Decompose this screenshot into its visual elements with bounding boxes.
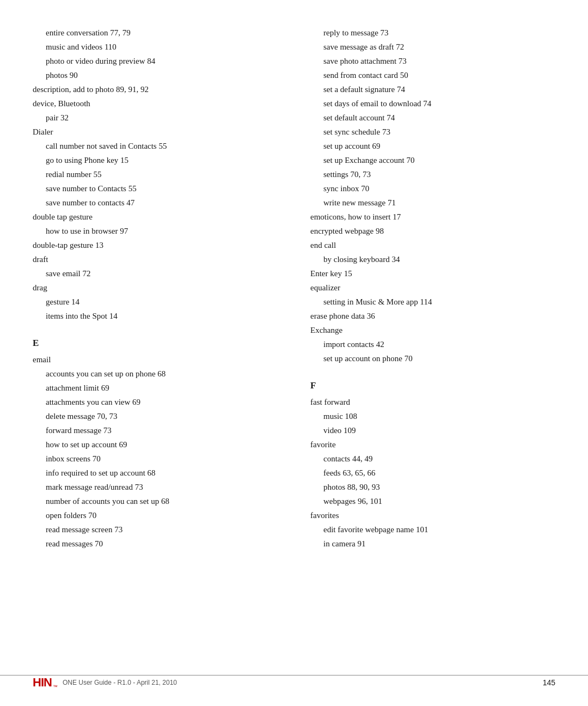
list-item: redial number 55 xyxy=(33,168,278,181)
list-item: video 109 xyxy=(310,424,555,437)
list-item: equalizer xyxy=(310,281,555,294)
list-item: how to use in browser 97 xyxy=(33,224,278,238)
list-item: import contacts 42 xyxy=(310,338,555,351)
list-item: info required to set up account 68 xyxy=(33,466,278,479)
list-item: items into the Spot 14 xyxy=(33,309,278,322)
list-item: read messages 70 xyxy=(33,537,278,550)
list-item: send from contact card 50 xyxy=(310,69,555,82)
section-letter-e: E xyxy=(33,338,278,349)
list-item: fast forward xyxy=(310,395,555,409)
list-item: favorites xyxy=(310,509,555,522)
list-item: save number to Contacts 55 xyxy=(33,182,278,195)
right-column: reply to message 73 save message as draf… xyxy=(305,26,555,551)
list-item: write new message 71 xyxy=(310,196,555,209)
list-item: delete message 70, 73 xyxy=(33,410,278,423)
list-item: set sync schedule 73 xyxy=(310,125,555,138)
list-item: music 108 xyxy=(310,410,555,423)
left-column: entire conversation 77, 79 music and vid… xyxy=(33,26,283,551)
list-item: double tap gesture xyxy=(33,210,278,223)
list-item: save message as draft 72 xyxy=(310,40,555,53)
list-item: go to using Phone key 15 xyxy=(33,154,278,167)
list-item: edit favorite webpage name 101 xyxy=(310,523,555,536)
list-item: feeds 63, 65, 66 xyxy=(310,466,555,479)
list-item: photos 90 xyxy=(33,69,278,82)
list-item: attachment limit 69 xyxy=(33,381,278,394)
list-item: favorite xyxy=(310,438,555,451)
list-item: set a default signature 74 xyxy=(310,83,555,96)
list-item: encrypted webpage 98 xyxy=(310,224,555,238)
list-item: contacts 44, 49 xyxy=(310,452,555,465)
page-footer: HIN™ ONE User Guide - R1.0 - April 21, 2… xyxy=(0,675,588,690)
list-item: sync inbox 70 xyxy=(310,182,555,195)
list-item: set default account 74 xyxy=(310,111,555,124)
list-item: entire conversation 77, 79 xyxy=(33,26,278,39)
section-letter-f: F xyxy=(310,380,555,391)
list-item: device, Bluetooth xyxy=(33,97,278,110)
list-item: forward message 73 xyxy=(33,424,278,437)
page-number: 145 xyxy=(543,678,555,687)
list-item: photos 88, 90, 93 xyxy=(310,480,555,494)
list-item: Dialer xyxy=(33,125,278,138)
list-item: music and videos 110 xyxy=(33,40,278,53)
kin-logo: HIN™ xyxy=(33,675,57,690)
list-item: how to set up account 69 xyxy=(33,438,278,451)
list-item: in camera 91 xyxy=(310,537,555,550)
list-item: set days of email to download 74 xyxy=(310,97,555,110)
footer-guide-text: ONE User Guide - R1.0 - April 21, 2010 xyxy=(63,679,177,686)
page-container: entire conversation 77, 79 music and vid… xyxy=(0,0,588,706)
list-item: description, add to photo 89, 91, 92 xyxy=(33,83,278,96)
list-item: webpages 96, 101 xyxy=(310,495,555,508)
list-item: set up account on phone 70 xyxy=(310,352,555,365)
list-item: inbox screens 70 xyxy=(33,452,278,465)
list-item: reply to message 73 xyxy=(310,26,555,39)
list-item: photo or video during preview 84 xyxy=(33,54,278,68)
footer-left: HIN™ ONE User Guide - R1.0 - April 21, 2… xyxy=(33,675,177,690)
list-item: pair 32 xyxy=(33,111,278,124)
list-item: settings 70, 73 xyxy=(310,168,555,181)
list-item: setting in Music & More app 114 xyxy=(310,295,555,308)
list-item: save email 72 xyxy=(33,267,278,280)
list-item: Enter key 15 xyxy=(310,267,555,280)
list-item: attachments you can view 69 xyxy=(33,395,278,409)
list-item: double-tap gesture 13 xyxy=(33,239,278,252)
list-item: save photo attachment 73 xyxy=(310,54,555,68)
list-item: emoticons, how to insert 17 xyxy=(310,210,555,223)
list-item: read message screen 73 xyxy=(33,523,278,536)
two-column-layout: entire conversation 77, 79 music and vid… xyxy=(33,26,555,551)
logo-text: HIN xyxy=(33,675,52,690)
list-item: gesture 14 xyxy=(33,295,278,308)
list-item: save number to contacts 47 xyxy=(33,196,278,209)
list-item: open folders 70 xyxy=(33,509,278,522)
list-item: set up account 69 xyxy=(310,139,555,153)
list-item: set up Exchange account 70 xyxy=(310,154,555,167)
list-item: end call xyxy=(310,239,555,252)
list-item: accounts you can set up on phone 68 xyxy=(33,367,278,380)
list-item: drag xyxy=(33,281,278,294)
logo-tm: ™ xyxy=(53,684,57,690)
list-item: erase phone data 36 xyxy=(310,309,555,322)
list-item: draft xyxy=(33,253,278,266)
list-item: call number not saved in Contacts 55 xyxy=(33,139,278,153)
list-item: mark message read/unread 73 xyxy=(33,480,278,494)
list-item: Exchange xyxy=(310,324,555,337)
list-item: email xyxy=(33,353,278,366)
list-item: by closing keyboard 34 xyxy=(310,253,555,266)
list-item: number of accounts you can set up 68 xyxy=(33,495,278,508)
